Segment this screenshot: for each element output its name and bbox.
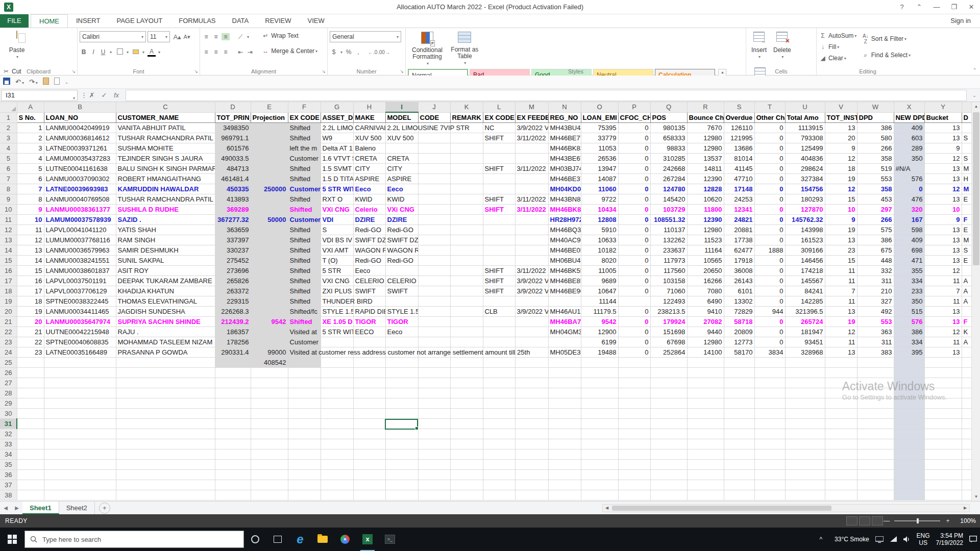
cell-Q9[interactable]: 145420 xyxy=(650,194,687,204)
cell-F31[interactable] xyxy=(288,418,321,429)
cell-E20[interactable] xyxy=(251,306,288,316)
cell-U25[interactable] xyxy=(785,357,825,367)
cell-S1[interactable]: Overdue C xyxy=(724,112,754,122)
cell-J30[interactable] xyxy=(418,408,450,418)
cell-G17[interactable]: VXI CNG xyxy=(321,276,353,286)
cell-F28[interactable] xyxy=(288,388,321,398)
cell-C21[interactable]: SUPRIYA SACHIN SHINDE xyxy=(116,316,215,327)
cell-A8[interactable]: 7 xyxy=(17,184,44,194)
alignment-dialog-launcher[interactable]: ↘ xyxy=(322,69,326,74)
cell-T36[interactable] xyxy=(754,469,785,480)
cell-X2[interactable]: 409 xyxy=(894,122,924,133)
cell-U2[interactable]: 1113915 xyxy=(785,122,825,133)
cell-B32[interactable] xyxy=(44,429,116,439)
cell-A2[interactable]: 1 xyxy=(17,122,44,133)
cell-S23[interactable]: 12773 xyxy=(724,337,754,347)
cell-C5[interactable]: TEJINDER SINGH S JAURA xyxy=(116,153,215,163)
cell-V1[interactable]: TOT_INST_ xyxy=(825,112,857,122)
column-header-I[interactable]: I xyxy=(385,102,418,112)
cell-G11[interactable]: VDI xyxy=(321,214,353,224)
help-icon[interactable]: ? xyxy=(893,0,911,14)
cell-X20[interactable]: 515 xyxy=(894,306,924,316)
cell-U36[interactable] xyxy=(785,469,825,480)
cell-P23[interactable]: 0 xyxy=(618,337,650,347)
column-header-K[interactable]: K xyxy=(450,102,483,112)
row-header-3[interactable]: 3 xyxy=(0,133,17,143)
font-size-select[interactable]: 11▾ xyxy=(148,31,170,42)
cell-R15[interactable]: 10565 xyxy=(687,255,724,265)
cell-K8[interactable] xyxy=(450,184,483,194)
cell-F18[interactable]: Shifted xyxy=(288,286,321,296)
cell-T26[interactable] xyxy=(754,367,785,378)
cell-Q37[interactable] xyxy=(650,480,687,490)
cell-L1[interactable]: EX CODE xyxy=(483,112,515,122)
cell-C37[interactable] xyxy=(116,480,215,490)
cell-V25[interactable] xyxy=(825,357,857,367)
cell-G9[interactable]: RXT O xyxy=(321,194,353,204)
cell-G2[interactable]: 2.2L LIMO xyxy=(321,122,353,133)
cell-z16[interactable] xyxy=(962,265,971,276)
page-break-view-icon[interactable] xyxy=(872,516,883,525)
cell-C8[interactable]: KAMRUDDIN HAWALDAR xyxy=(116,184,215,194)
vertical-scroll-thumb[interactable] xyxy=(973,112,979,265)
cell-K34[interactable] xyxy=(450,449,483,459)
cell-T32[interactable] xyxy=(754,429,785,439)
cell-E18[interactable] xyxy=(251,286,288,296)
cell-O9[interactable]: 9722 xyxy=(581,194,618,204)
cell-M15[interactable] xyxy=(515,255,548,265)
cell-C10[interactable]: SUSHILA D RUDHE xyxy=(116,204,215,214)
row-header-22[interactable]: 22 xyxy=(0,327,17,337)
cell-C22[interactable]: RAJU . xyxy=(116,327,215,337)
cell-L17[interactable]: SHIFT xyxy=(483,276,515,286)
cell-X24[interactable]: 395 xyxy=(894,347,924,357)
display-tray-icon[interactable] xyxy=(875,536,884,543)
clock[interactable]: 3:54 PM7/19/2022 xyxy=(936,532,963,546)
cell-I18[interactable]: SWIFT xyxy=(385,286,418,296)
cell-N17[interactable]: MH46BE85 xyxy=(548,276,581,286)
cell-G21[interactable]: XE 1.05 D xyxy=(321,316,353,327)
cell-D35[interactable] xyxy=(215,459,251,469)
cell-E38[interactable] xyxy=(251,490,288,500)
cell-S26[interactable] xyxy=(724,367,754,378)
cell-O17[interactable]: 9689 xyxy=(581,276,618,286)
cell-L12[interactable] xyxy=(483,224,515,235)
cell-J25[interactable] xyxy=(418,357,450,367)
cell-M16[interactable]: 3/11/2022 xyxy=(515,265,548,276)
cell-D29[interactable] xyxy=(215,398,251,408)
cell-N12[interactable]: MH46BQ3 xyxy=(548,224,581,235)
cell-N32[interactable] xyxy=(548,429,581,439)
cell-S6[interactable]: 41145 xyxy=(724,163,754,173)
cell-N20[interactable]: MH46AU13 xyxy=(548,306,581,316)
cell-Q36[interactable] xyxy=(650,469,687,480)
cell-M26[interactable] xyxy=(515,367,548,378)
cell-O29[interactable] xyxy=(581,398,618,408)
cell-O1[interactable]: LOAN_EMI xyxy=(581,112,618,122)
cell-I10[interactable]: VXi CNG xyxy=(385,204,418,214)
cell-L20[interactable]: CLB xyxy=(483,306,515,316)
cell-H1[interactable]: MAKE xyxy=(353,112,385,122)
cell-W31[interactable] xyxy=(857,418,894,429)
cell-Q31[interactable] xyxy=(650,418,687,429)
cell-I25[interactable] xyxy=(385,357,418,367)
cell-B23[interactable]: SPTNE00040608835 xyxy=(44,337,116,347)
cell-S12[interactable]: 20881 xyxy=(724,224,754,235)
cell-Y7[interactable]: 13 xyxy=(924,173,962,184)
file-explorer-button[interactable] xyxy=(311,528,334,551)
cell-K27[interactable] xyxy=(450,378,483,388)
cell-W38[interactable] xyxy=(857,490,894,500)
cell-U15[interactable]: 146456 xyxy=(785,255,825,265)
cell-S18[interactable]: 6101 xyxy=(724,286,754,296)
cell-D6[interactable]: 484713 xyxy=(215,163,251,173)
cell-z2[interactable] xyxy=(962,122,971,133)
cell-U17[interactable]: 145567 xyxy=(785,276,825,286)
cell-N1[interactable]: REG_NO xyxy=(548,112,581,122)
cell-R37[interactable] xyxy=(687,480,724,490)
cell-W19[interactable]: 327 xyxy=(857,296,894,306)
cell-Q3[interactable]: 658333 xyxy=(650,133,687,143)
cell-z23[interactable]: A xyxy=(962,337,971,347)
cell-J19[interactable] xyxy=(418,296,450,306)
row-header-33[interactable]: 33 xyxy=(0,439,17,449)
cell-A6[interactable]: 5 xyxy=(17,163,44,173)
fill-button[interactable]: ↓Fill▾ xyxy=(819,41,856,53)
cell-J29[interactable] xyxy=(418,398,450,408)
